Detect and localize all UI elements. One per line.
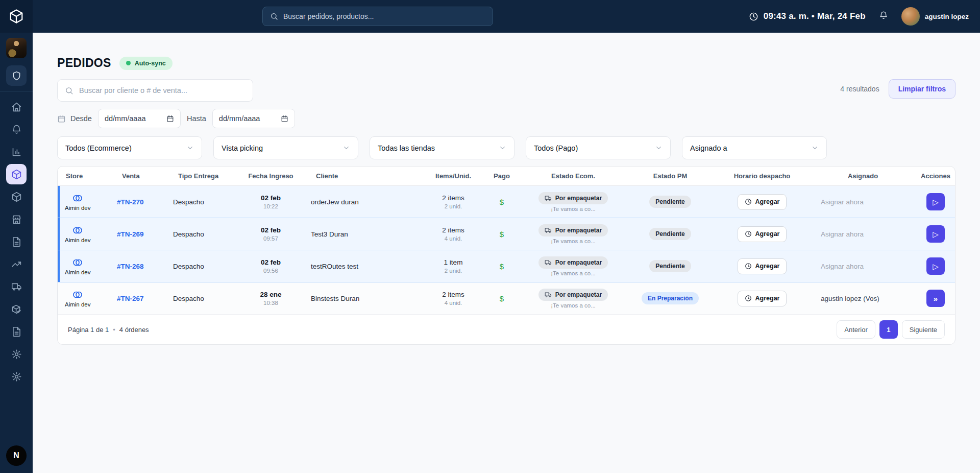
sidebar-item-shipping[interactable] [6, 276, 27, 297]
current-page-button[interactable]: 1 [879, 320, 898, 339]
page-indicator: Página 1 de 1 [68, 326, 109, 334]
order-link[interactable]: #TN-268 [117, 263, 144, 270]
pm-status-badge: Pendiente [649, 228, 691, 240]
delivery-type: Despacho [173, 198, 204, 206]
calendar-picker-icon[interactable] [166, 115, 174, 123]
assign-now-link[interactable]: Asignar ahora [821, 230, 864, 238]
tiendanube-icon [72, 193, 83, 204]
order-link[interactable]: #TN-270 [117, 198, 144, 206]
separator-dot: • [113, 326, 115, 334]
pm-status-badge: En Preparación [642, 292, 699, 304]
items-count: 2 items [426, 226, 481, 234]
order-link[interactable]: #TN-269 [117, 230, 144, 238]
bar-chart-icon [11, 147, 22, 157]
sidebar-item-home[interactable] [6, 97, 27, 117]
advance-order-button[interactable]: » [926, 290, 945, 307]
orders-search-input[interactable] [79, 86, 246, 94]
sidebar-item-products[interactable] [6, 186, 27, 207]
orders-count: 4 órdenes [119, 326, 149, 334]
play-icon: ▷ [933, 263, 939, 270]
pm-status-badge: Pendiente [649, 260, 691, 272]
clock-icon [749, 12, 758, 21]
truck-icon [11, 281, 22, 292]
add-schedule-button[interactable]: Agregar [738, 258, 787, 274]
ecommerce-status-subtext: ¡Te vamos a co... [551, 238, 596, 244]
filter-payment-select[interactable]: Todos (Pago) [526, 136, 671, 159]
sidebar-item-admin-settings[interactable] [6, 366, 27, 387]
order-link[interactable]: #TN-267 [117, 295, 144, 302]
table-row[interactable]: Aimin dev #TN-268 Despacho 02 feb09:56 t… [58, 250, 955, 282]
filter-stores-select[interactable]: Todas las tiendas [370, 136, 514, 159]
col-header-fecha-ingreso: Fecha Ingreso [234, 172, 308, 180]
date-to-placeholder: dd/mm/aaaa [219, 114, 260, 123]
sidebar-item-invoices[interactable] [6, 321, 27, 342]
store-icon [11, 214, 22, 225]
sidebar-item-reports[interactable] [6, 254, 27, 274]
table-row[interactable]: Aimin dev #TN-270 Despacho 02 feb10:22 o… [58, 186, 955, 218]
sidebar-item-fulfilled[interactable] [6, 299, 27, 319]
col-header-asignado: Asignado [811, 172, 915, 180]
assigned-user: agustin lopez (Vos) [821, 295, 879, 302]
notifications-button[interactable] [879, 11, 888, 22]
date-from-input[interactable]: dd/mm/aaaa [98, 109, 181, 128]
pager: Anterior 1 Siguiente [837, 320, 945, 339]
workspace-avatar[interactable] [6, 38, 27, 58]
date-to-input[interactable]: dd/mm/aaaa [212, 109, 295, 128]
sidebar-divider [0, 91, 33, 91]
calendar-picker-icon[interactable] [281, 115, 288, 123]
sidebar-item-orders-active[interactable] [6, 164, 27, 184]
items-count: 1 item [426, 258, 481, 266]
add-schedule-button[interactable]: Agregar [738, 291, 787, 306]
sidebar-item-settings[interactable] [6, 344, 27, 364]
add-schedule-button[interactable]: Agregar [738, 194, 787, 210]
next-page-button[interactable]: Siguiente [902, 320, 945, 339]
app-logo[interactable] [0, 0, 33, 33]
truck-icon [545, 259, 552, 266]
date-filter-row: Desde dd/mm/aaaa Hasta dd/mm/aaaa [57, 109, 955, 128]
previous-page-button[interactable]: Anterior [837, 320, 875, 339]
ecommerce-status-subtext: ¡Te vamos a co... [551, 302, 596, 309]
filter-view-select[interactable]: Vista picking [213, 136, 358, 159]
package-icon [11, 169, 22, 180]
units-count: 4 unid. [426, 300, 481, 306]
items-count: 2 items [426, 291, 481, 298]
assign-now-link[interactable]: Asignar ahora [821, 263, 864, 270]
sidebar-item-stores[interactable] [6, 209, 27, 229]
order-date: 02 feb [237, 226, 305, 234]
bell-icon [11, 124, 22, 135]
filter-assignee-select[interactable]: Asignado a [682, 136, 827, 159]
col-header-estado-pm: Estado PM [627, 172, 714, 180]
order-time: 10:22 [237, 203, 305, 209]
chevron-down-icon [655, 144, 663, 152]
customer-name: orderJew duran [311, 198, 359, 206]
payment-icon: $ [500, 262, 504, 271]
table-row[interactable]: Aimin dev #TN-267 Despacho 28 ene10:38 B… [58, 282, 955, 315]
sidebar-item-documents[interactable] [6, 231, 27, 252]
ecommerce-status-subtext: ¡Te vamos a co... [551, 206, 596, 212]
start-order-button[interactable]: ▷ [926, 193, 945, 210]
file-icon [11, 326, 22, 337]
sidebar-item-notifications[interactable] [6, 119, 27, 139]
cube-logo-icon [9, 9, 24, 24]
col-header-tipo-entrega: Tipo Entrega [170, 172, 234, 180]
ecommerce-status-subtext: ¡Te vamos a co... [551, 270, 596, 276]
table-row[interactable]: Aimin dev #TN-269 Despacho 02 feb09:57 T… [58, 218, 955, 250]
sidebar-item-security[interactable] [6, 65, 27, 86]
page-title: PEDIDOS [57, 56, 111, 70]
global-search-input[interactable]: Buscar pedidos, productos... [262, 7, 493, 26]
autosync-label: Auto-sync [135, 60, 166, 67]
clock-icon [745, 263, 752, 270]
assign-now-link[interactable]: Asignar ahora [821, 198, 864, 206]
add-schedule-button[interactable]: Agregar [738, 226, 787, 242]
search-filter-row: 4 resultados Limpiar filtros [57, 79, 955, 102]
date-from-label: Desde [57, 114, 92, 123]
date-from-placeholder: dd/mm/aaaa [105, 114, 146, 123]
user-menu[interactable]: agustin lopez [901, 7, 969, 26]
filter-ecommerce-select[interactable]: Todos (Ecommerce) [57, 136, 202, 159]
start-order-button[interactable]: ▷ [926, 257, 945, 275]
sidebar-item-analytics[interactable] [6, 141, 27, 162]
clear-filters-button[interactable]: Limpiar filtros [889, 79, 955, 99]
file-icon [11, 236, 22, 247]
start-order-button[interactable]: ▷ [926, 225, 945, 243]
bottom-profile-badge[interactable]: N [6, 445, 27, 466]
